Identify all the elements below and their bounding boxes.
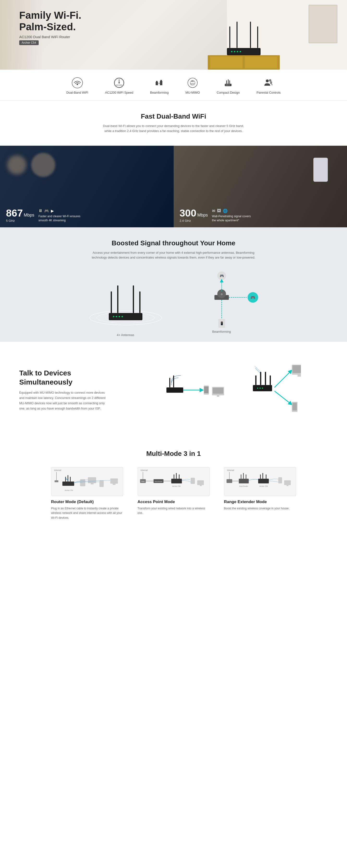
svg-rect-93 [99, 480, 104, 487]
mode-router-desc: Plug in an Ethernet cable to instantly c… [51, 506, 123, 520]
dual-band-desc: Dual-band Wi-Fi allows you to connect yo… [102, 124, 245, 134]
speed-5ghz-icons: 🖥 🎮 ▶ [38, 209, 82, 213]
svg-point-76 [262, 388, 263, 389]
band-24ghz: 2.4 GHz [180, 219, 208, 222]
mu-mimo-icon: MU MIMO [186, 77, 199, 89]
mode-card-router: Internet Archer C54 [51, 467, 123, 520]
svg-text:Archer C54: Archer C54 [65, 490, 73, 491]
svg-point-75 [259, 388, 261, 389]
talk-image [125, 354, 328, 426]
svg-point-45 [116, 316, 117, 317]
svg-rect-23 [161, 80, 162, 81]
feature-compact-label: Compact Design [216, 91, 240, 94]
antennas-viz: 4+ Antennas [85, 268, 166, 335]
svg-rect-111 [200, 485, 202, 486]
play-icon: ▶ [51, 209, 54, 213]
talk-text: Talk to Devices Simultaneously Equipped … [19, 369, 111, 411]
mode-ap-title: Access Point Mode [138, 499, 210, 504]
speed-5ghz-desc-area: 🖥 🎮 ▶ Faster and clearer Wi-Fi ensures s… [38, 209, 82, 222]
svg-rect-124 [266, 474, 266, 479]
boosted-desc: Access your entertainment from every cor… [90, 250, 258, 260]
svg-point-44 [113, 316, 114, 317]
svg-point-36 [266, 80, 269, 82]
svg-rect-71 [260, 372, 261, 385]
svg-rect-122 [260, 474, 261, 479]
speed-24ghz-desc: Wall-Penetrating signal covers the whole… [212, 214, 255, 222]
svg-rect-1 [210, 56, 242, 68]
feature-parental: Parental Controls [257, 77, 281, 94]
svg-text:Internet: Internet [227, 469, 234, 471]
svg-point-35 [229, 85, 230, 86]
photo-5ghz-overlay: 867 Mbps 5 GHz [6, 208, 34, 222]
beam-icon [153, 77, 166, 89]
svg-rect-90 [80, 479, 85, 486]
mode-diagram-ap: Internet Hub Host Router [138, 467, 210, 496]
feature-parental-label: Parental Controls [257, 91, 281, 94]
svg-rect-50 [133, 285, 134, 313]
svg-rect-126 [278, 477, 282, 484]
svg-point-38 [270, 82, 272, 83]
svg-rect-9 [229, 26, 230, 48]
svg-rect-21 [156, 81, 157, 82]
svg-rect-89 [70, 477, 70, 482]
image-icon: 🖼 [217, 209, 221, 213]
svg-rect-119 [245, 474, 247, 479]
svg-rect-116 [239, 479, 249, 484]
svg-text:Internet: Internet [141, 469, 148, 471]
svg-rect-105 [174, 474, 174, 479]
svg-rect-91 [88, 477, 96, 483]
svg-text:📱: 📱 [220, 321, 224, 326]
svg-text:Internet: Internet [54, 469, 61, 471]
mode-diagram-extender: Internet Host Router [224, 467, 296, 496]
mode-diagram-router: Internet Archer C54 [51, 467, 123, 496]
feature-ac1200: AC1200 AC1200 WiFi Speed [105, 77, 133, 94]
speed-5ghz-unit: Mbps [24, 213, 34, 218]
feature-dual-band-label: Dual-Band WiFi [66, 91, 88, 94]
svg-text:Archer C54: Archer C54 [172, 485, 181, 487]
mode-router-title: Router Mode (Default) [51, 499, 123, 504]
svg-point-34 [227, 85, 228, 86]
feature-beamforming-label: Beamforming [150, 91, 169, 94]
feature-dual-band: Dual-Band WiFi [66, 77, 88, 94]
svg-point-47 [121, 316, 123, 317]
svg-text:MIMO: MIMO [191, 83, 195, 85]
svg-rect-128 [287, 485, 288, 486]
gamepad-icon: 🎮 [44, 209, 49, 213]
svg-rect-109 [191, 478, 195, 484]
photo-24ghz: 300 Mbps 2.4 GHz ✉ 🖼 🌐 Wall-Penetrating … [174, 146, 347, 227]
svg-rect-65 [204, 386, 208, 393]
speed-24ghz-desc-area: ✉ 🖼 🌐 Wall-Penetrating signal covers the… [212, 209, 255, 222]
svg-rect-114 [227, 479, 232, 483]
boosted-content: 4+ Antennas ⊙ 🎮 📱 🎮 [5, 268, 342, 335]
svg-rect-32 [229, 81, 230, 84]
svg-rect-48 [111, 291, 112, 313]
hero-subtitle: AC1200 Dual Band WiFi Router [19, 35, 81, 39]
talk-section: Talk to Devices Simultaneously Equipped … [0, 342, 347, 438]
svg-line-24 [158, 83, 160, 84]
svg-rect-121 [258, 479, 269, 484]
speed-5ghz-desc: Faster and clearer Wi-Fi ensures smooth … [38, 214, 82, 222]
svg-rect-31 [228, 80, 229, 84]
speed-5ghz: 867 [6, 208, 23, 218]
svg-rect-86 [62, 482, 74, 486]
globe-icon: 🌐 [223, 209, 228, 213]
hero-section: Family Wi-Fi.Palm-Sized. AC1200 Dual Ban… [0, 0, 347, 70]
svg-rect-62 [169, 378, 170, 388]
beamforming-viz: ⊙ 🎮 📱 🎮 [181, 268, 262, 335]
talk-desc: Equipped with MU-MIMO technology to conn… [19, 390, 111, 411]
svg-rect-70 [255, 375, 257, 385]
svg-point-8 [240, 51, 241, 52]
speedometer-icon: AC1200 [113, 77, 125, 89]
svg-rect-79 [297, 375, 301, 377]
hero-router-image [208, 12, 280, 70]
mode-card-ap: Internet Hub Host Router [138, 467, 210, 516]
svg-rect-95 [113, 484, 116, 485]
wifi-icon [71, 77, 83, 89]
svg-point-74 [257, 388, 258, 389]
svg-point-5 [231, 51, 232, 52]
mode-cards: Internet Archer C54 [19, 467, 328, 520]
svg-rect-73 [270, 375, 271, 385]
svg-point-7 [237, 51, 238, 52]
svg-rect-22 [160, 81, 162, 85]
beamforming-label: Beamforming [212, 330, 231, 334]
